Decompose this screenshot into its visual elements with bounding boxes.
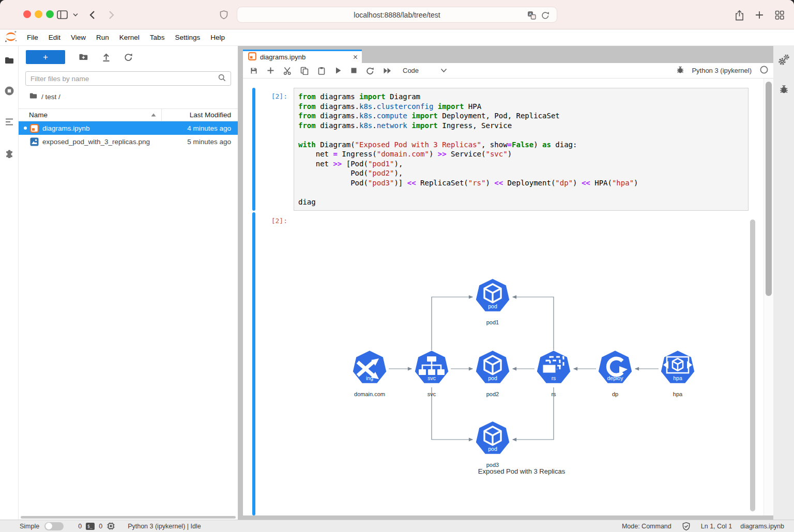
notebook-file-icon xyxy=(30,124,39,133)
svg-text:$_: $_ xyxy=(87,524,93,529)
node-label: dp xyxy=(596,391,634,397)
menu-view[interactable]: View xyxy=(66,34,91,41)
notebook-mode[interactable]: Mode: Command xyxy=(622,523,671,530)
close-tab-icon[interactable]: × xyxy=(353,53,358,61)
file-row-image[interactable]: exposed_pod_with_3_replicas.png5 minutes… xyxy=(19,135,238,148)
back-button[interactable] xyxy=(89,0,95,29)
notebook-toolbar: Code Python 3 (ipykernel) xyxy=(243,63,773,79)
zoom-window-button[interactable] xyxy=(46,10,54,18)
code-line: Pod("pod3")] << ReplicaSet("rs") << Depl… xyxy=(298,178,744,188)
translate-icon[interactable]: A xyxy=(527,11,536,21)
code-editor[interactable]: from diagrams import Diagramfrom diagram… xyxy=(294,88,749,211)
image-file-icon xyxy=(30,137,39,146)
code-line: with Diagram("Exposed Pod with 3 Replica… xyxy=(298,140,744,150)
svg-text:pod: pod xyxy=(488,303,497,309)
output-cell[interactable]: [2]: podpod1ingdomain.comsvcsvcpodpod2rs… xyxy=(252,212,756,515)
svc-icon: svc xyxy=(413,350,451,387)
menu-edit[interactable]: Edit xyxy=(43,34,66,41)
cursor-position[interactable]: Ln 1, Col 1 xyxy=(701,523,732,530)
upload-icon[interactable] xyxy=(102,53,111,61)
deploy-icon: deploy xyxy=(596,350,634,387)
notebook-scrollbar-track[interactable] xyxy=(764,79,773,515)
home-folder-icon[interactable] xyxy=(29,92,38,101)
filter-files-input[interactable] xyxy=(30,75,218,83)
file-row-notebook[interactable]: diagrams.ipynb4 minutes ago xyxy=(19,121,238,135)
dock-tab-bar: diagrams.ipynb × xyxy=(243,50,773,63)
new-launcher-button[interactable]: + xyxy=(26,50,65,64)
interrupt-kernel-icon[interactable] xyxy=(350,67,357,74)
extensions-tab-icon[interactable] xyxy=(4,148,14,160)
file-name: diagrams.ipynb xyxy=(42,124,90,132)
breadcrumb[interactable]: / test / xyxy=(29,92,238,101)
url-text: localhost:8888/lab/tree/test xyxy=(354,11,440,19)
running-kernels-tab-icon[interactable] xyxy=(4,86,14,98)
menu-kernel[interactable]: Kernel xyxy=(114,34,145,41)
new-tab-icon[interactable] xyxy=(755,0,764,29)
cell-type-chevron-icon[interactable] xyxy=(440,68,447,73)
save-icon[interactable] xyxy=(250,67,258,75)
menu-file[interactable]: File xyxy=(22,34,43,41)
cut-cells-icon[interactable] xyxy=(283,67,292,75)
code-cell[interactable]: [2]: from diagrams import Diagramfrom di… xyxy=(252,88,749,211)
notebook-scrollbar-thumb[interactable] xyxy=(766,82,772,296)
input-prompt: [2]: xyxy=(255,88,294,211)
run-cell-icon[interactable] xyxy=(334,67,342,74)
sort-ascending-icon xyxy=(151,113,156,117)
simple-mode-toggle[interactable] xyxy=(44,522,64,530)
menu-tabs[interactable]: Tabs xyxy=(145,34,170,41)
breadcrumb-path: / test / xyxy=(41,93,60,101)
new-folder-icon[interactable] xyxy=(79,53,88,61)
name-column-header[interactable]: Name xyxy=(19,109,162,121)
table-of-contents-tab-icon[interactable] xyxy=(4,117,14,129)
output-scrollbar[interactable] xyxy=(750,220,755,511)
forward-button[interactable] xyxy=(109,0,115,29)
sidebar-toggle-icon[interactable] xyxy=(57,0,68,29)
terminals-count[interactable]: 0 xyxy=(78,523,82,530)
file-name: exposed_pod_with_3_replicas.png xyxy=(42,138,150,146)
file-browser-tab-icon[interactable] xyxy=(4,56,14,67)
cell-type-select[interactable]: Code xyxy=(403,67,419,74)
right-activity-bar xyxy=(773,46,794,520)
refresh-icon[interactable] xyxy=(124,53,133,61)
minimize-window-button[interactable] xyxy=(35,10,42,18)
sidebar-chevron-icon[interactable] xyxy=(73,0,78,29)
share-icon[interactable] xyxy=(734,0,745,29)
tab-overview-icon[interactable] xyxy=(774,0,785,29)
kernels-count[interactable]: 0 xyxy=(99,523,102,530)
dock-panel: diagrams.ipynb × xyxy=(238,46,773,520)
kernel-status-text[interactable]: Python 3 (ipykernel) | Idle xyxy=(128,523,201,530)
modified-column-header[interactable]: Last Modified xyxy=(162,111,238,119)
insert-cell-icon[interactable] xyxy=(267,67,274,74)
trust-shield-icon[interactable] xyxy=(682,522,691,531)
filter-files-box xyxy=(25,71,231,86)
menu-help[interactable]: Help xyxy=(205,34,230,41)
file-browser-horizontal-scrollbar[interactable] xyxy=(21,516,236,519)
property-inspector-tab-icon[interactable] xyxy=(778,54,789,68)
privacy-shield-icon[interactable] xyxy=(220,0,228,29)
pod-icon: pod xyxy=(474,421,512,458)
kernel-name[interactable]: Python 3 (ipykernel) xyxy=(692,67,752,74)
code-line: from diagrams.k8s.compute import Deploym… xyxy=(298,111,744,121)
node-label: rs xyxy=(535,391,573,397)
reload-icon[interactable] xyxy=(541,11,549,21)
notebook-tab[interactable]: diagrams.ipynb × xyxy=(243,50,362,63)
notebook-content: [2]: from diagrams import Diagramfrom di… xyxy=(243,79,773,515)
kernel-status-icon[interactable] xyxy=(760,66,768,76)
k8s-node-deployment: deploydp xyxy=(596,350,634,397)
menu-settings[interactable]: Settings xyxy=(170,34,205,41)
copy-cells-icon[interactable] xyxy=(300,67,309,75)
diagram-edge xyxy=(432,297,472,350)
menu-run[interactable]: Run xyxy=(91,34,114,41)
debugger-tab-icon[interactable] xyxy=(779,84,789,96)
statusbar-filename[interactable]: diagrams.ipynb xyxy=(740,523,784,530)
k8s-node-ingress: ingdomain.com xyxy=(350,350,389,397)
restart-run-all-icon[interactable] xyxy=(383,67,392,74)
svg-text:pod: pod xyxy=(488,446,497,452)
pod-icon: pod xyxy=(474,350,512,387)
paste-cells-icon[interactable] xyxy=(317,67,326,75)
restart-kernel-icon[interactable] xyxy=(366,67,374,75)
address-bar[interactable]: localhost:8888/lab/tree/test A xyxy=(237,7,557,23)
debugger-icon[interactable] xyxy=(676,66,684,76)
svg-text:svc: svc xyxy=(427,375,436,381)
close-window-button[interactable] xyxy=(23,10,31,18)
